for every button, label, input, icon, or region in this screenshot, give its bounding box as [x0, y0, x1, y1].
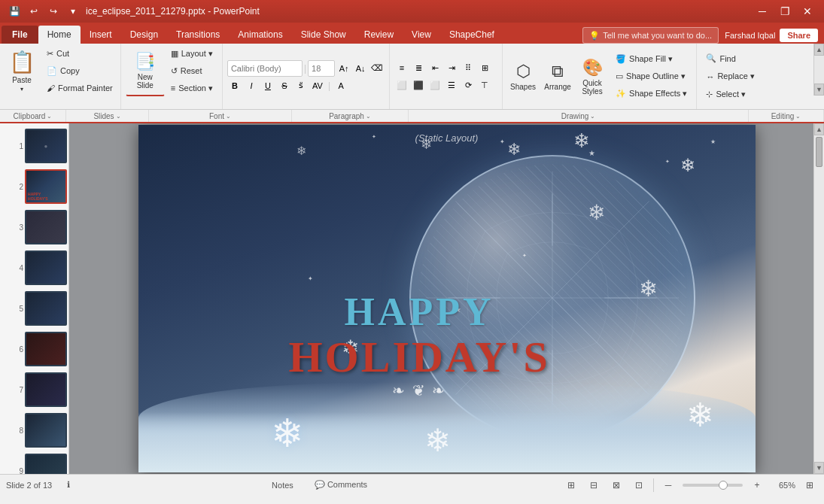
- scroll-track: [814, 135, 824, 462]
- cut-button[interactable]: ✂ Cut: [42, 45, 117, 62]
- font-size-input[interactable]: [308, 60, 335, 77]
- numbered-list-button[interactable]: ≣: [411, 60, 426, 75]
- slide-canvas[interactable]: (Static Layout) ★ ✦ ✦ ★ ✦ ★ ✦ ✦ ❄ ❄ ❄ ❄ …: [138, 125, 756, 472]
- customize-qa-button[interactable]: ▾: [65, 3, 81, 20]
- slide-thumb-9[interactable]: [25, 454, 67, 474]
- save-button[interactable]: 💾: [6, 3, 23, 20]
- redo-button[interactable]: ↪: [45, 3, 62, 20]
- tell-me-search[interactable]: 💡 Tell me what you want to do...: [582, 27, 719, 44]
- clipboard-label[interactable]: Clipboard ⌄: [0, 110, 66, 122]
- paragraph-label[interactable]: Paragraph ⌄: [292, 110, 409, 122]
- paste-dropdown-icon: ▾: [20, 86, 23, 93]
- tab-shapechef[interactable]: ShapeChef: [440, 26, 503, 44]
- smartart-button[interactable]: ⠿: [461, 60, 476, 75]
- ribbon-scroll-down[interactable]: ▼: [814, 83, 824, 96]
- minimize-button[interactable]: ─: [752, 4, 773, 19]
- align-left-button[interactable]: ⬜: [394, 77, 409, 93]
- font-label[interactable]: Font ⌄: [149, 110, 292, 122]
- zoom-slider[interactable]: [683, 484, 743, 487]
- share-button[interactable]: Share: [780, 29, 818, 42]
- slide-thumb-1[interactable]: ●: [25, 129, 67, 163]
- slide-thumb-7[interactable]: [25, 372, 67, 407]
- slide-panel[interactable]: 1 ● 2 HAPPYHOLIDAY'S 3 4: [0, 123, 69, 474]
- shape-fill-button[interactable]: 🪣 Shape Fill ▾: [611, 51, 692, 68]
- shape-outline-button[interactable]: ▭ Shape Outline ▾: [611, 68, 692, 85]
- slide-info-button[interactable]: ℹ: [61, 478, 76, 491]
- text-direction-button[interactable]: ⟳: [461, 77, 476, 93]
- slide-text-area[interactable]: HAPPY HOLIDAY'S ❧ ❦ ❧: [289, 290, 550, 399]
- editing-label[interactable]: Editing ⌄: [749, 110, 824, 122]
- decrease-indent-button[interactable]: ⇤: [427, 60, 442, 75]
- slide-sorter-button[interactable]: ⊟: [585, 478, 602, 493]
- font-color-button[interactable]: A: [333, 78, 348, 93]
- find-button[interactable]: 🔍 Find: [701, 50, 760, 67]
- zoom-out-button[interactable]: ─: [660, 478, 677, 493]
- align-right-button[interactable]: ⬜: [427, 77, 442, 93]
- section-button[interactable]: ≡ Section ▾: [166, 80, 217, 96]
- snowflake-med-4: ❄: [573, 129, 590, 153]
- italic-button[interactable]: I: [244, 78, 259, 93]
- tab-home[interactable]: Home: [38, 26, 81, 44]
- justify-button[interactable]: ☰: [444, 77, 459, 93]
- slides-label[interactable]: Slides ⌄: [66, 110, 149, 122]
- comments-button[interactable]: 💬 Comments: [309, 478, 373, 491]
- ribbon-scroll-up[interactable]: ▲: [814, 44, 824, 56]
- copy-button[interactable]: 📄 Copy: [42, 62, 117, 79]
- strikethrough-button[interactable]: S: [277, 78, 292, 93]
- scroll-down-button[interactable]: ▼: [814, 462, 824, 474]
- tab-slideshow[interactable]: Slide Show: [292, 26, 355, 44]
- reading-view-button[interactable]: ⊠: [608, 478, 625, 493]
- tab-transitions[interactable]: Transitions: [167, 26, 229, 44]
- replace-button[interactable]: ↔ Replace ▾: [701, 68, 760, 85]
- tab-review[interactable]: Review: [355, 26, 403, 44]
- tab-file[interactable]: File: [2, 26, 38, 44]
- format-painter-button[interactable]: 🖌 Format Painter: [42, 80, 117, 96]
- bullet-list-button[interactable]: ≡: [394, 60, 409, 75]
- zoom-in-button[interactable]: +: [749, 478, 765, 493]
- drawing-label[interactable]: Drawing ⌄: [409, 110, 749, 122]
- select-button[interactable]: ⊹ Select ▾: [701, 87, 760, 103]
- tab-view[interactable]: View: [403, 26, 440, 44]
- normal-view-button[interactable]: ⊞: [563, 478, 579, 493]
- fit-window-button[interactable]: ⊞: [801, 478, 818, 493]
- reset-button[interactable]: ↺ Reset: [166, 62, 217, 79]
- notes-button[interactable]: Notes: [266, 479, 299, 491]
- paste-button[interactable]: 📋 Paste ▾: [3, 45, 41, 96]
- font-decrease-button[interactable]: A↓: [353, 61, 368, 76]
- editing-group: 🔍 Find ↔ Replace ▾ ⊹ Select ▾: [697, 44, 765, 109]
- tab-animations[interactable]: Animations: [229, 26, 291, 44]
- font-name-input[interactable]: [227, 60, 303, 77]
- align-text-button[interactable]: ⊤: [477, 77, 492, 93]
- slide-thumb-5[interactable]: [25, 291, 67, 326]
- shapes-button[interactable]: ⬡ Shapes: [507, 51, 539, 102]
- layout-button[interactable]: ▦ Layout ▾: [166, 45, 217, 62]
- undo-button[interactable]: ↩: [26, 3, 42, 20]
- close-button[interactable]: ✕: [797, 4, 818, 19]
- shadow-button[interactable]: s̈: [293, 78, 309, 93]
- slide-thumb-6[interactable]: [25, 332, 67, 366]
- slide-1-preview: ●: [26, 130, 65, 162]
- underline-button[interactable]: U: [260, 78, 275, 93]
- clear-format-button[interactable]: ⌫: [369, 61, 385, 76]
- slide-thumb-8[interactable]: [25, 413, 67, 448]
- slide-thumb-3[interactable]: [25, 210, 67, 244]
- tab-insert[interactable]: Insert: [81, 26, 121, 44]
- columns-button[interactable]: ⊞: [477, 60, 492, 75]
- shape-effects-button[interactable]: ✨ Shape Effects ▾: [611, 86, 692, 102]
- charspacing-button[interactable]: AV: [310, 78, 325, 93]
- scroll-thumb[interactable]: [816, 137, 822, 167]
- align-center-button[interactable]: ⬛: [411, 77, 426, 93]
- arrange-button[interactable]: ⧉ Arrange: [542, 51, 573, 102]
- slide-thumb-2[interactable]: HAPPYHOLIDAY'S: [25, 169, 67, 204]
- increase-indent-button[interactable]: ⇥: [444, 60, 459, 75]
- new-slide-button[interactable]: 📑 NewSlide: [126, 45, 165, 96]
- slideshow-view-button[interactable]: ⊡: [631, 478, 647, 493]
- slide-thumb-4[interactable]: [25, 250, 67, 285]
- canvas-area[interactable]: (Static Layout) ★ ✦ ✦ ★ ✦ ★ ✦ ✦ ❄ ❄ ❄ ❄ …: [69, 123, 824, 474]
- tab-design[interactable]: Design: [121, 26, 167, 44]
- bold-button[interactable]: B: [227, 78, 242, 93]
- font-increase-button[interactable]: A↑: [336, 61, 351, 76]
- restore-button[interactable]: ❐: [774, 4, 795, 19]
- scroll-up-button[interactable]: ▲: [814, 123, 824, 135]
- quick-styles-button[interactable]: 🎨 QuickStyles: [576, 51, 608, 102]
